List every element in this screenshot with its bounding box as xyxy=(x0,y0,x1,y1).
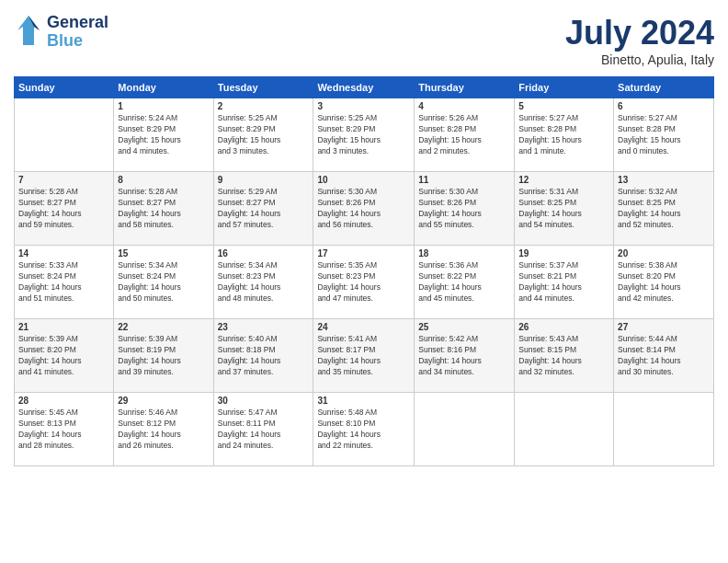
calendar-table: Sunday Monday Tuesday Wednesday Thursday… xyxy=(14,76,714,466)
day-info: Sunrise: 5:48 AM Sunset: 8:10 PM Dayligh… xyxy=(317,408,410,452)
table-row xyxy=(415,393,515,466)
day-number: 27 xyxy=(618,322,710,332)
day-info: Sunrise: 5:45 AM Sunset: 8:13 PM Dayligh… xyxy=(18,408,109,452)
day-number: 23 xyxy=(218,322,310,332)
day-info: Sunrise: 5:35 AM Sunset: 8:23 PM Dayligh… xyxy=(317,260,410,304)
table-row: 14Sunrise: 5:33 AM Sunset: 8:24 PM Dayli… xyxy=(15,246,114,319)
day-number: 10 xyxy=(317,175,410,185)
day-number: 11 xyxy=(418,175,510,185)
title-block: July 2024 Binetto, Apulia, Italy xyxy=(565,14,714,67)
day-info: Sunrise: 5:28 AM Sunset: 8:27 PM Dayligh… xyxy=(118,187,209,231)
day-number: 21 xyxy=(18,322,109,332)
day-info: Sunrise: 5:37 AM Sunset: 8:21 PM Dayligh… xyxy=(518,260,609,304)
table-row: 19Sunrise: 5:37 AM Sunset: 8:21 PM Dayli… xyxy=(515,246,614,319)
day-info: Sunrise: 5:41 AM Sunset: 8:17 PM Dayligh… xyxy=(317,334,410,378)
header: General Blue July 2024 Binetto, Apulia, … xyxy=(14,14,714,67)
day-number: 30 xyxy=(218,396,310,406)
day-number: 8 xyxy=(118,175,209,185)
table-row: 11Sunrise: 5:30 AM Sunset: 8:26 PM Dayli… xyxy=(415,172,515,246)
day-info: Sunrise: 5:27 AM Sunset: 8:28 PM Dayligh… xyxy=(618,113,710,157)
table-row: 13Sunrise: 5:32 AM Sunset: 8:25 PM Dayli… xyxy=(614,172,714,246)
day-info: Sunrise: 5:39 AM Sunset: 8:19 PM Dayligh… xyxy=(118,334,209,378)
day-number: 3 xyxy=(317,101,410,111)
logo-text-block: General Blue xyxy=(47,14,108,51)
table-row: 1Sunrise: 5:24 AM Sunset: 8:29 PM Daylig… xyxy=(114,98,213,172)
day-number: 29 xyxy=(118,396,209,406)
col-friday: Friday xyxy=(515,77,614,98)
day-info: Sunrise: 5:34 AM Sunset: 8:23 PM Dayligh… xyxy=(218,260,310,304)
logo-general: General xyxy=(47,14,108,32)
day-number: 1 xyxy=(118,101,209,111)
table-row xyxy=(614,393,714,466)
table-row: 25Sunrise: 5:42 AM Sunset: 8:16 PM Dayli… xyxy=(415,319,515,393)
day-number: 22 xyxy=(118,322,209,332)
day-number: 12 xyxy=(518,175,609,185)
day-info: Sunrise: 5:30 AM Sunset: 8:26 PM Dayligh… xyxy=(317,187,410,231)
day-number: 16 xyxy=(218,248,310,259)
table-row: 22Sunrise: 5:39 AM Sunset: 8:19 PM Dayli… xyxy=(114,319,213,393)
svg-marker-0 xyxy=(17,16,40,45)
day-number: 26 xyxy=(518,322,609,332)
table-row: 31Sunrise: 5:48 AM Sunset: 8:10 PM Dayli… xyxy=(313,393,415,466)
day-info: Sunrise: 5:28 AM Sunset: 8:27 PM Dayligh… xyxy=(18,187,109,231)
table-row xyxy=(15,98,114,172)
day-number: 14 xyxy=(18,248,109,259)
day-info: Sunrise: 5:43 AM Sunset: 8:15 PM Dayligh… xyxy=(518,334,609,378)
day-info: Sunrise: 5:38 AM Sunset: 8:20 PM Dayligh… xyxy=(618,260,710,304)
logo: General Blue xyxy=(14,14,108,51)
table-row: 16Sunrise: 5:34 AM Sunset: 8:23 PM Dayli… xyxy=(213,246,313,319)
day-number: 19 xyxy=(518,248,609,259)
day-info: Sunrise: 5:32 AM Sunset: 8:25 PM Dayligh… xyxy=(618,187,710,231)
table-row: 30Sunrise: 5:47 AM Sunset: 8:11 PM Dayli… xyxy=(213,393,313,466)
month-title: July 2024 xyxy=(565,14,714,52)
table-row: 27Sunrise: 5:44 AM Sunset: 8:14 PM Dayli… xyxy=(614,319,714,393)
logo-bird-icon xyxy=(14,14,43,51)
table-row xyxy=(515,393,614,466)
day-number: 25 xyxy=(418,322,510,332)
day-info: Sunrise: 5:36 AM Sunset: 8:22 PM Dayligh… xyxy=(418,260,510,304)
col-saturday: Saturday xyxy=(614,77,714,98)
col-sunday: Sunday xyxy=(15,77,114,98)
col-monday: Monday xyxy=(114,77,213,98)
col-tuesday: Tuesday xyxy=(213,77,313,98)
table-row: 2Sunrise: 5:25 AM Sunset: 8:29 PM Daylig… xyxy=(213,98,313,172)
table-row: 6Sunrise: 5:27 AM Sunset: 8:28 PM Daylig… xyxy=(614,98,714,172)
day-number: 17 xyxy=(317,248,410,259)
day-number: 7 xyxy=(18,175,109,185)
table-row: 12Sunrise: 5:31 AM Sunset: 8:25 PM Dayli… xyxy=(515,172,614,246)
table-row: 17Sunrise: 5:35 AM Sunset: 8:23 PM Dayli… xyxy=(313,246,415,319)
table-row: 20Sunrise: 5:38 AM Sunset: 8:20 PM Dayli… xyxy=(614,246,714,319)
day-info: Sunrise: 5:29 AM Sunset: 8:27 PM Dayligh… xyxy=(218,187,310,231)
day-info: Sunrise: 5:24 AM Sunset: 8:29 PM Dayligh… xyxy=(118,113,209,157)
main-container: General Blue July 2024 Binetto, Apulia, … xyxy=(0,0,728,476)
day-number: 15 xyxy=(118,248,209,259)
calendar-week-row: 21Sunrise: 5:39 AM Sunset: 8:20 PM Dayli… xyxy=(15,319,714,393)
day-number: 4 xyxy=(418,101,510,111)
day-info: Sunrise: 5:42 AM Sunset: 8:16 PM Dayligh… xyxy=(418,334,510,378)
day-info: Sunrise: 5:40 AM Sunset: 8:18 PM Dayligh… xyxy=(218,334,310,378)
day-info: Sunrise: 5:34 AM Sunset: 8:24 PM Dayligh… xyxy=(118,260,209,304)
table-row: 3Sunrise: 5:25 AM Sunset: 8:29 PM Daylig… xyxy=(313,98,415,172)
day-info: Sunrise: 5:46 AM Sunset: 8:12 PM Dayligh… xyxy=(118,408,209,452)
day-number: 6 xyxy=(618,101,710,111)
table-row: 18Sunrise: 5:36 AM Sunset: 8:22 PM Dayli… xyxy=(415,246,515,319)
table-row: 21Sunrise: 5:39 AM Sunset: 8:20 PM Dayli… xyxy=(15,319,114,393)
table-row: 8Sunrise: 5:28 AM Sunset: 8:27 PM Daylig… xyxy=(114,172,213,246)
day-info: Sunrise: 5:31 AM Sunset: 8:25 PM Dayligh… xyxy=(518,187,609,231)
table-row: 26Sunrise: 5:43 AM Sunset: 8:15 PM Dayli… xyxy=(515,319,614,393)
logo-blue: Blue xyxy=(47,32,108,51)
table-row: 9Sunrise: 5:29 AM Sunset: 8:27 PM Daylig… xyxy=(213,172,313,246)
day-number: 2 xyxy=(218,101,310,111)
calendar-week-row: 1Sunrise: 5:24 AM Sunset: 8:29 PM Daylig… xyxy=(15,98,714,172)
calendar-header-row: Sunday Monday Tuesday Wednesday Thursday… xyxy=(15,77,714,98)
day-number: 5 xyxy=(518,101,609,111)
day-info: Sunrise: 5:25 AM Sunset: 8:29 PM Dayligh… xyxy=(218,113,310,157)
calendar-week-row: 14Sunrise: 5:33 AM Sunset: 8:24 PM Dayli… xyxy=(15,246,714,319)
day-info: Sunrise: 5:25 AM Sunset: 8:29 PM Dayligh… xyxy=(317,113,410,157)
calendar-week-row: 7Sunrise: 5:28 AM Sunset: 8:27 PM Daylig… xyxy=(15,172,714,246)
day-number: 20 xyxy=(618,248,710,259)
day-info: Sunrise: 5:26 AM Sunset: 8:28 PM Dayligh… xyxy=(418,113,510,157)
table-row: 29Sunrise: 5:46 AM Sunset: 8:12 PM Dayli… xyxy=(114,393,213,466)
col-thursday: Thursday xyxy=(415,77,515,98)
table-row: 5Sunrise: 5:27 AM Sunset: 8:28 PM Daylig… xyxy=(515,98,614,172)
